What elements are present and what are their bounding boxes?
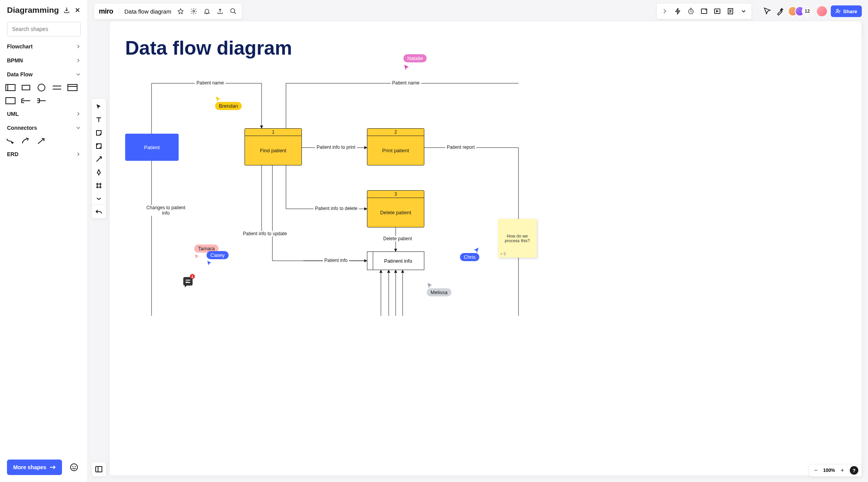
- top-share-bar: 12 Share: [763, 3, 862, 19]
- remote-cursor: Melissa: [427, 282, 451, 296]
- edge-label: Patient info to delete: [313, 206, 359, 211]
- settings-icon[interactable]: [190, 7, 198, 15]
- export-icon[interactable]: [216, 7, 224, 15]
- shape-headerrect-icon[interactable]: [67, 84, 78, 91]
- svg-rect-16: [96, 467, 102, 472]
- edge-label: Patient name: [195, 80, 226, 86]
- diagram-edges: [110, 21, 861, 475]
- text-tool-icon[interactable]: [94, 115, 103, 124]
- edge-label: Patient info: [323, 258, 349, 263]
- remote-cursor: Natalie: [403, 54, 427, 70]
- app-logo[interactable]: miro: [99, 7, 113, 15]
- select-tool-icon[interactable]: [94, 102, 103, 111]
- search-icon[interactable]: [229, 7, 237, 15]
- diagramming-panel: Diagramming Flowchart BPMN Data Flow UML…: [0, 0, 88, 482]
- node-datastore[interactable]: Patinent info: [367, 251, 424, 270]
- help-button[interactable]: ?: [850, 466, 858, 475]
- present-icon[interactable]: [700, 7, 708, 15]
- bolt-icon[interactable]: [674, 7, 682, 15]
- pen-tool-icon[interactable]: [94, 168, 103, 177]
- svg-rect-6: [68, 84, 77, 91]
- svg-point-27: [837, 9, 839, 11]
- connector-arc-icon[interactable]: [21, 137, 31, 145]
- node-process-2[interactable]: 2Print patient: [367, 128, 424, 165]
- category-flowchart[interactable]: Flowchart: [0, 40, 88, 53]
- canvas[interactable]: Data flow diagram Patient name Patient n…: [109, 21, 862, 476]
- search-input[interactable]: [7, 22, 81, 36]
- sticky-note[interactable]: How do we process this? + 9: [498, 219, 537, 258]
- feedback-icon[interactable]: [67, 461, 81, 474]
- edge-label: Patient info to print: [315, 145, 357, 150]
- close-icon[interactable]: [74, 6, 81, 14]
- zoom-level[interactable]: 100%: [823, 468, 835, 473]
- timer-icon[interactable]: [687, 7, 695, 15]
- more-apps-icon[interactable]: [740, 7, 747, 15]
- edge-label: Patient report: [445, 145, 476, 150]
- svg-point-19: [231, 9, 235, 13]
- shape-doublerect-icon[interactable]: [5, 84, 16, 91]
- shape-lines-icon[interactable]: [52, 84, 62, 91]
- shape-openbox-icon[interactable]: [21, 97, 31, 105]
- star-icon[interactable]: [177, 7, 184, 15]
- undo-button[interactable]: [91, 205, 106, 219]
- svg-rect-8: [6, 98, 15, 104]
- screen-icon[interactable]: [713, 7, 721, 15]
- svg-rect-1: [6, 84, 8, 91]
- node-process-1[interactable]: 1Find patient: [245, 128, 302, 165]
- zoom-controls: − 100% + ?: [809, 464, 862, 477]
- edge-label: Patient name: [391, 80, 421, 86]
- category-erd[interactable]: ERD: [0, 147, 88, 161]
- svg-point-3: [38, 84, 45, 91]
- edge-label: Delete patient: [382, 236, 413, 241]
- remote-cursor: Casey: [207, 251, 229, 265]
- svg-point-18: [193, 10, 195, 12]
- category-bpmn[interactable]: BPMN: [0, 53, 88, 67]
- comment-icon[interactable]: 1: [183, 277, 193, 286]
- remote-cursor: Brendan: [215, 96, 242, 110]
- svg-rect-0: [6, 84, 15, 91]
- node-process-3[interactable]: 3Delete patient: [367, 190, 424, 227]
- import-icon[interactable]: [63, 6, 71, 14]
- panel-title: Diagramming: [7, 5, 60, 15]
- more-shapes-button[interactable]: More shapes: [7, 460, 62, 475]
- notes-icon[interactable]: [727, 7, 734, 15]
- chevron-right-icon[interactable]: [661, 7, 668, 15]
- shape-openbox2-icon[interactable]: [36, 97, 46, 105]
- current-user-avatar[interactable]: [817, 6, 827, 16]
- tool-toolbar: [91, 98, 106, 207]
- connector-shapes: [0, 135, 88, 147]
- avatar-stack[interactable]: 12: [788, 6, 813, 16]
- line-tool-icon[interactable]: [94, 155, 103, 164]
- edge-label: Patient info to update: [241, 231, 288, 236]
- remote-cursor: Chris: [460, 247, 479, 261]
- node-external-entity[interactable]: Patient: [125, 134, 179, 161]
- more-tools-icon[interactable]: [94, 194, 103, 203]
- connector-arrow-icon[interactable]: [36, 137, 46, 145]
- shape-circle-icon[interactable]: [36, 84, 46, 91]
- shape-tool-icon[interactable]: [94, 141, 103, 151]
- panel-toggle-icon[interactable]: [91, 462, 106, 477]
- bell-icon[interactable]: [203, 7, 211, 15]
- category-dataflow[interactable]: Data Flow: [0, 67, 88, 81]
- avatar-count[interactable]: 12: [802, 6, 813, 16]
- svg-rect-2: [22, 85, 30, 90]
- svg-point-11: [71, 464, 78, 471]
- zoom-out-button[interactable]: −: [812, 467, 819, 474]
- diagram-title: Data flow diagram: [125, 37, 292, 59]
- edge-label: Changes to patient info: [145, 205, 187, 216]
- board-name[interactable]: Data flow diagram: [124, 8, 171, 15]
- svg-point-12: [73, 467, 73, 467]
- reactions-icon[interactable]: [775, 7, 784, 15]
- zoom-in-button[interactable]: +: [839, 467, 846, 474]
- dataflow-shapes: [0, 81, 88, 107]
- shape-rect-icon[interactable]: [21, 84, 31, 91]
- category-uml[interactable]: UML: [0, 107, 88, 121]
- shape-rect2-icon[interactable]: [5, 97, 16, 105]
- cursor-tool-icon[interactable]: [763, 7, 772, 15]
- share-button[interactable]: Share: [831, 5, 862, 17]
- sticky-tool-icon[interactable]: [94, 128, 103, 138]
- frame-tool-icon[interactable]: [94, 181, 103, 190]
- svg-point-13: [75, 467, 76, 467]
- connector-curve-icon[interactable]: [5, 137, 16, 145]
- category-connectors[interactable]: Connectors: [0, 121, 88, 135]
